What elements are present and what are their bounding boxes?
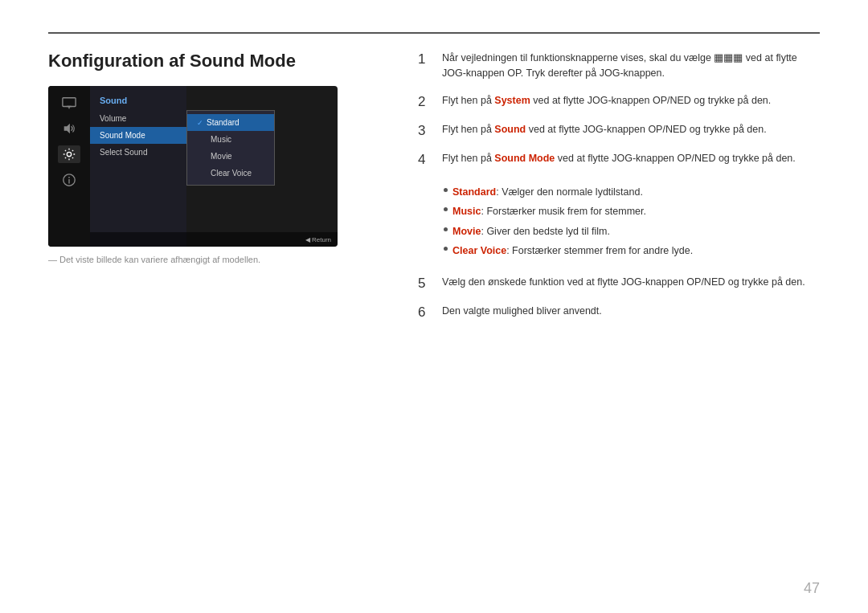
step-2: 2 Flyt hen på System ved at flytte JOG-k… (418, 93, 820, 111)
step-text-5: Vælg den ønskede funktion ved at flytte … (442, 275, 805, 290)
step-text-3: Flyt hen på Sound ved at flytte JOG-knap… (442, 122, 767, 137)
step-3: 3 Flyt hen på Sound ved at flytte JOG-kn… (418, 122, 820, 140)
bullet-list: Standard: Vælger den normale lydtilstand… (444, 185, 693, 264)
right-column: 1 Når vejledningen til funktionsknappern… (418, 44, 820, 581)
step-4: 4 Flyt hen på Sound Mode ved at flytte J… (418, 151, 820, 169)
left-column: Konfiguration af Sound Mode (48, 44, 386, 581)
return-label: Return (312, 236, 331, 243)
step-5: 5 Vælg den ønskede funktion ved at flytt… (418, 275, 820, 292)
bullet-dot-4 (444, 247, 448, 251)
bullet-text-standard: Standard: Vælger den normale lydtilstand… (452, 185, 643, 200)
tv-sub-label-movie: Movie (211, 152, 232, 161)
top-divider (48, 32, 820, 34)
step-list: 1 Når vejledningen til funktionsknappern… (418, 51, 820, 321)
tv-menu-sound-mode: Sound Mode (90, 127, 186, 144)
svg-point-7 (68, 177, 70, 178)
step-bullets: Standard: Vælger den normale lydtilstand… (442, 180, 820, 264)
tv-main-menu: Sound Volume Sound Mode Select Sound (90, 86, 186, 247)
step-number-3: 3 (418, 122, 434, 140)
bullet-dot-3 (444, 227, 448, 231)
tv-sub-standard: ✓ Standard (187, 114, 274, 131)
tv-icon-info (58, 171, 80, 189)
step-number-5: 5 (418, 275, 434, 292)
step-number-2: 2 (418, 93, 434, 111)
tv-menu-volume: Volume (90, 110, 186, 127)
svg-marker-3 (64, 124, 70, 134)
tv-sidebar (48, 86, 90, 247)
bullet-standard: Standard: Vælger den normale lydtilstand… (444, 185, 693, 200)
step-text-6: Den valgte mulighed bliver anvendt. (442, 304, 602, 319)
page-title: Konfiguration af Sound Mode (48, 51, 386, 72)
tv-return-button: ◀ Return (305, 236, 331, 243)
content-area: Konfiguration af Sound Mode (48, 44, 820, 581)
step-number-1: 1 (418, 51, 434, 68)
checkmark-icon: ✓ (197, 119, 203, 127)
tv-sub-clearvoice: Clear Voice (187, 165, 274, 182)
bullet-text-clearvoice: Clear Voice: Forstærker stemmer frem for… (452, 243, 693, 259)
tv-sub-label-standard: Standard (207, 118, 240, 127)
tv-sub-music: Music (187, 131, 274, 148)
tv-screen-mockup: Sound Volume Sound Mode Select Sound ✓ S… (48, 86, 338, 247)
bullet-music: Music: Forstærker musik frem for stemmer… (444, 204, 693, 219)
tv-sub-label-clearvoice: Clear Voice (211, 169, 252, 178)
bullet-dot-2 (444, 207, 448, 211)
bullet-text-music: Music: Forstærker musik frem for stemmer… (452, 204, 646, 219)
tv-sub-movie: Movie (187, 148, 274, 165)
bullet-clearvoice: Clear Voice: Forstærker stemmer frem for… (444, 243, 693, 259)
bullet-text-movie: Movie: Giver den bedste lyd til film. (452, 224, 610, 239)
step-text-4: Flyt hen på Sound Mode ved at flytte JOG… (442, 151, 796, 166)
page-number: 47 (804, 580, 820, 597)
tv-return-bar: ◀ Return (90, 232, 338, 247)
tv-sub-menu: ✓ Standard Music Movie Clear Voice (186, 110, 275, 186)
note-text: ― Det viste billede kan variere afhængig… (48, 255, 386, 264)
return-arrow-icon: ◀ (305, 236, 310, 243)
tv-menu-select-sound: Select Sound (90, 144, 186, 161)
step-number-6: 6 (418, 304, 434, 321)
step-1: 1 Når vejledningen til funktionsknappern… (418, 51, 820, 82)
svg-point-4 (67, 152, 71, 156)
bullet-dot-1 (444, 188, 448, 192)
step-6: 6 Den valgte mulighed bliver anvendt. (418, 304, 820, 321)
tv-icon-sound (58, 120, 80, 137)
tv-sub-label-music: Music (211, 135, 231, 144)
tv-icon-gear (58, 145, 80, 163)
step-text-1: Når vejledningen til funktionsknapperne … (442, 51, 820, 82)
svg-rect-0 (63, 98, 76, 107)
tv-icon-monitor (58, 94, 80, 112)
bullet-movie: Movie: Giver den bedste lyd til film. (444, 224, 693, 239)
step-number-4: 4 (418, 151, 434, 169)
step-text-2: Flyt hen på System ved at flytte JOG-kna… (442, 93, 771, 108)
tv-menu-header: Sound (90, 92, 186, 110)
